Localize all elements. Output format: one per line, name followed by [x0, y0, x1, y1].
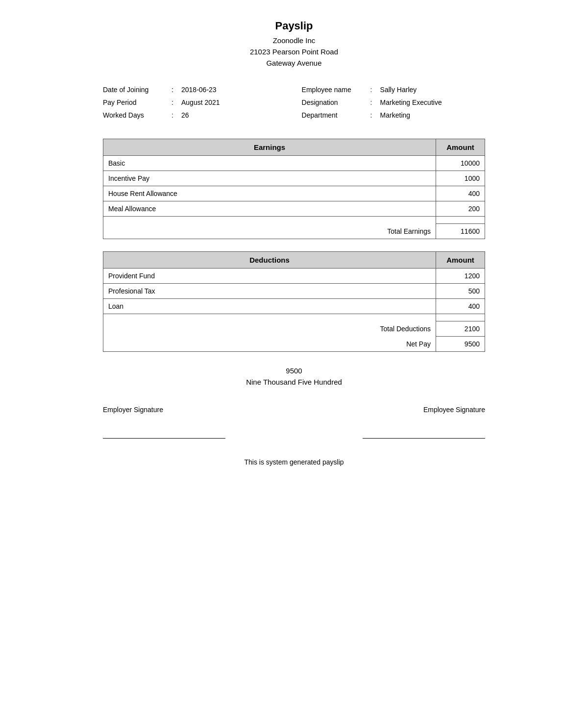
net-pay-row: Net Pay 9500	[103, 337, 485, 352]
company-name: Zoonodle Inc	[103, 36, 485, 45]
earnings-section: Earnings Amount Basic 10000 Incentive Pa…	[103, 139, 485, 239]
date-of-joining-label: Date of Joining	[103, 86, 172, 94]
pay-period-value: August 2021	[181, 98, 286, 106]
payslip-title: Payslip	[103, 20, 485, 32]
employee-name-row: Employee name : Sally Harley	[302, 86, 485, 94]
employer-signature-block: Employer Signature	[103, 406, 275, 439]
net-pay-amount: 9500	[436, 337, 485, 352]
department-row: Department : Marketing	[302, 111, 485, 119]
provident-fund-amount: 1200	[436, 269, 485, 284]
deductions-header: Deductions	[103, 252, 436, 269]
total-earnings-amount: 11600	[436, 224, 485, 239]
basic-amount: 10000	[436, 156, 485, 171]
house-rent-label: House Rent Allowance	[103, 186, 436, 201]
pay-period-row: Pay Period : August 2021	[103, 98, 286, 106]
department-value: Marketing	[380, 111, 485, 119]
table-row: Basic 10000	[103, 156, 485, 171]
earnings-table: Earnings Amount Basic 10000 Incentive Pa…	[103, 139, 485, 239]
net-pay-words: Nine Thousand Five Hundred	[103, 378, 485, 386]
meal-allowance-label: Meal Allowance	[103, 201, 436, 217]
table-row: Meal Allowance 200	[103, 201, 485, 217]
date-of-joining-value: 2018-06-23	[181, 86, 286, 94]
signature-section: Employer Signature Employee Signature	[103, 406, 485, 439]
info-left: Date of Joining : 2018-06-23 Pay Period …	[103, 86, 286, 124]
deductions-total-row: Total Deductions 2100	[103, 321, 485, 337]
profesional-tax-amount: 500	[436, 284, 485, 299]
employee-signature-line	[363, 438, 485, 439]
employee-signature-block: Employee Signature	[313, 406, 485, 439]
net-pay-label: Net Pay	[103, 337, 436, 352]
company-address: 21023 Pearson Point Road Gateway Avenue	[103, 47, 485, 69]
net-pay-summary: 9500 Nine Thousand Five Hundred	[103, 367, 485, 386]
total-earnings-label: Total Earnings	[103, 224, 436, 239]
table-row: Profesional Tax 500	[103, 284, 485, 299]
designation-label: Designation	[302, 98, 370, 106]
payslip-header: Payslip Zoonodle Inc 21023 Pearson Point…	[103, 20, 485, 69]
worked-days-value: 26	[181, 111, 286, 119]
table-row: Provident Fund 1200	[103, 269, 485, 284]
employee-signature-label: Employee Signature	[423, 406, 485, 414]
pay-period-label: Pay Period	[103, 98, 172, 106]
total-deductions-label: Total Deductions	[103, 321, 436, 337]
info-right: Employee name : Sally Harley Designation…	[302, 86, 485, 124]
designation-value: Marketing Executive	[380, 98, 485, 106]
table-row: Incentive Pay 1000	[103, 171, 485, 186]
total-deductions-amount: 2100	[436, 321, 485, 337]
deductions-section: Deductions Amount Provident Fund 1200 Pr…	[103, 251, 485, 352]
table-row: Loan 400	[103, 299, 485, 314]
deductions-table: Deductions Amount Provident Fund 1200 Pr…	[103, 251, 485, 352]
loan-amount: 400	[436, 299, 485, 314]
net-pay-numeric: 9500	[103, 367, 485, 375]
employer-signature-line	[103, 438, 225, 439]
payslip-document: Payslip Zoonodle Inc 21023 Pearson Point…	[93, 0, 495, 486]
address-line2: Gateway Avenue	[266, 59, 321, 67]
profesional-tax-label: Profesional Tax	[103, 284, 436, 299]
earnings-header: Earnings	[103, 139, 436, 156]
incentive-pay-label: Incentive Pay	[103, 171, 436, 186]
earnings-amount-header: Amount	[436, 139, 485, 156]
incentive-pay-amount: 1000	[436, 171, 485, 186]
deductions-spacer-row	[103, 314, 485, 321]
info-section: Date of Joining : 2018-06-23 Pay Period …	[103, 86, 485, 124]
department-label: Department	[302, 111, 370, 119]
address-line1: 21023 Pearson Point Road	[250, 48, 338, 56]
payslip-footer: This is system generated payslip	[103, 453, 485, 466]
table-row: House Rent Allowance 400	[103, 186, 485, 201]
earnings-spacer-row	[103, 217, 485, 224]
house-rent-amount: 400	[436, 186, 485, 201]
meal-allowance-amount: 200	[436, 201, 485, 217]
employer-signature-label: Employer Signature	[103, 406, 275, 414]
loan-label: Loan	[103, 299, 436, 314]
footer-text: This is system generated payslip	[244, 458, 343, 466]
deductions-amount-header: Amount	[436, 252, 485, 269]
earnings-total-row: Total Earnings 11600	[103, 224, 485, 239]
worked-days-row: Worked Days : 26	[103, 111, 286, 119]
provident-fund-label: Provident Fund	[103, 269, 436, 284]
employee-name-label: Employee name	[302, 86, 370, 94]
basic-label: Basic	[103, 156, 436, 171]
date-of-joining-row: Date of Joining : 2018-06-23	[103, 86, 286, 94]
designation-row: Designation : Marketing Executive	[302, 98, 485, 106]
employee-name-value: Sally Harley	[380, 86, 485, 94]
worked-days-label: Worked Days	[103, 111, 172, 119]
